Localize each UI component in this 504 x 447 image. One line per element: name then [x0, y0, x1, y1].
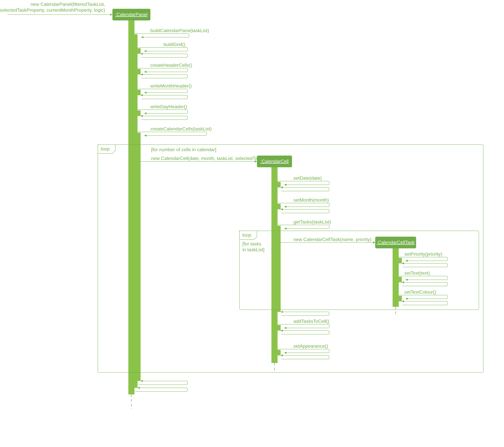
msg-buildCalendarPane: buildCalendarPane(taskList): [150, 28, 209, 33]
participant-calendar-cell-task: :CalendarCellTask: [375, 237, 416, 248]
entry-msg-line1: new CalendarPanel(filteredTaskList,: [31, 2, 105, 7]
msg-setDate: setDate(date): [293, 175, 322, 181]
msg-setText: setText(text): [404, 270, 430, 276]
loop-guard-outer: [for number of cells in calendar]: [151, 147, 216, 152]
msg-getTasks: getTasks(taskList): [293, 219, 331, 224]
msg-writeDayHeader: writeDayHeader(): [150, 104, 187, 109]
participant-calendar-panel: :CalendarPanel: [112, 9, 150, 20]
msg-createHeaderCells: createHeaderCells(): [150, 62, 192, 68]
msg-writeMonthHeader: writeMonthHeader(): [150, 83, 192, 89]
msg-setTextColour: setTextColour(): [404, 289, 436, 295]
msg-createCalendarCells: createCalendarCells(taskList): [150, 126, 212, 131]
activation-bar: [134, 48, 141, 54]
participant-calendar-cell-label: :CalendarCell: [260, 159, 289, 164]
participant-calendar-panel-label: :CalendarPanel: [115, 12, 148, 17]
entry-msg-line2: selectedTaskProperty, currentMonthProper…: [0, 7, 105, 13]
activation-bar: [396, 277, 402, 282]
loop-frame-outer: loop [for number of cells in calendar]: [98, 145, 483, 372]
activation-bar: [274, 226, 281, 312]
msg-newCalendarCell: new CalendarCell(date, month, taskList, …: [151, 156, 264, 161]
activation-bar: [134, 90, 141, 95]
msg-setPriority: setPriority(priority): [404, 251, 442, 257]
participant-calendar-cell-task-label: :CalendarCellTask: [377, 240, 415, 245]
activation-bar: [134, 111, 141, 116]
activation-bar: [274, 182, 281, 187]
svg-rect-2: [98, 145, 483, 372]
activation-bar: [134, 133, 141, 381]
activation-bar: [274, 204, 281, 209]
msg-buildGrid: buildGrid(): [163, 42, 185, 47]
activation-bar: [396, 258, 402, 263]
loop-label-inner: loop: [242, 232, 251, 238]
loop-label-outer: loop: [101, 146, 110, 151]
activation-bar: [396, 296, 402, 301]
activation-bar: [274, 325, 281, 331]
activation-bar: [134, 69, 141, 74]
loop-guard-inner-l1: [for tasks: [242, 241, 261, 246]
msg-setAppearance: setAppearance(): [293, 343, 328, 349]
msg-addTasksToCell: addTasksToCell(): [293, 318, 329, 324]
participant-calendar-cell: :CalendarCell: [257, 156, 292, 167]
msg-newCalendarCellTask: new CalendarCellTask(name, priority): [293, 237, 371, 242]
loop-guard-inner-l2: in taskList]: [242, 247, 264, 252]
msg-setMonth: setMonth(month): [293, 197, 329, 203]
activation-bar: [274, 350, 281, 355]
